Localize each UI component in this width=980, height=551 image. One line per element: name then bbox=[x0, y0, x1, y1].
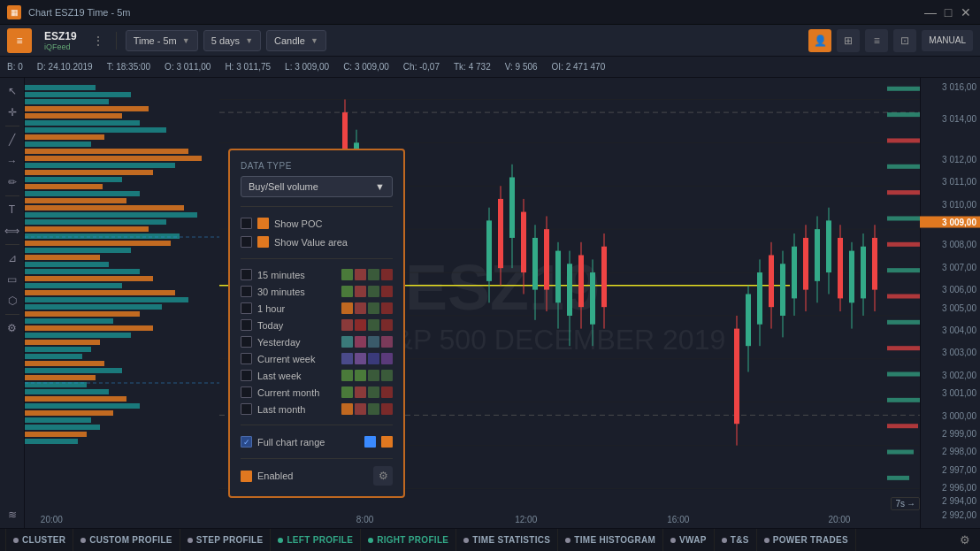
today-checkbox[interactable] bbox=[241, 319, 252, 331]
svg-rect-14 bbox=[25, 184, 103, 189]
last-month-checkbox[interactable] bbox=[241, 403, 252, 415]
line-tool[interactable]: ╱ bbox=[3, 130, 22, 149]
zoom-tool[interactable]: ≋ bbox=[3, 505, 22, 524]
settings-tool[interactable]: ⚙ bbox=[3, 318, 22, 338]
measure-tool[interactable]: ⟺ bbox=[3, 221, 22, 241]
cluster-tab[interactable]: CLUSTER bbox=[5, 529, 73, 551]
power-trades-tab[interactable]: POWER TRADES bbox=[757, 529, 856, 551]
poc-color-swatch[interactable] bbox=[257, 218, 269, 229]
svg-rect-119 bbox=[757, 272, 762, 325]
svg-rect-28 bbox=[25, 283, 122, 288]
maximize-button[interactable]: □ bbox=[941, 5, 955, 19]
svg-rect-43 bbox=[25, 389, 109, 394]
grid-button[interactable]: ⊞ bbox=[837, 29, 860, 52]
window-controls: — □ ✕ bbox=[923, 5, 973, 19]
30min-checkbox[interactable] bbox=[241, 286, 252, 297]
time-axis: 20:00 8:00 12:00 16:00 20:00 bbox=[25, 510, 920, 528]
svg-rect-21 bbox=[25, 233, 180, 239]
show-poc-row[interactable]: Show POC bbox=[241, 214, 393, 233]
range-dropdown[interactable]: 5 days ▼ bbox=[203, 30, 261, 51]
layout-button[interactable]: ⊡ bbox=[893, 29, 916, 52]
1hour-row[interactable]: 1 hour bbox=[241, 300, 393, 317]
settings-gear-button[interactable]: ⚙ bbox=[373, 466, 393, 486]
ray-tool[interactable]: → bbox=[3, 151, 22, 171]
svg-rect-139 bbox=[872, 238, 877, 290]
pencil-tool[interactable]: ✏ bbox=[3, 172, 22, 192]
left-profile-tab[interactable]: LEFT PROFILE bbox=[271, 529, 361, 551]
price-level: 3 016,00 bbox=[942, 82, 976, 92]
vwap-tab[interactable]: VWAP bbox=[663, 529, 715, 551]
time-histogram-dot bbox=[565, 538, 570, 543]
current-month-checkbox[interactable] bbox=[241, 386, 252, 398]
current-week-checkbox[interactable] bbox=[241, 353, 252, 364]
svg-rect-48 bbox=[25, 425, 100, 430]
left-profile-label: LEFT PROFILE bbox=[287, 535, 353, 545]
svg-rect-26 bbox=[25, 269, 140, 274]
yesterday-checkbox[interactable] bbox=[241, 336, 252, 348]
time-statistics-dot bbox=[463, 538, 469, 543]
text-tool[interactable]: T bbox=[3, 200, 22, 219]
cursor-tool[interactable]: ↖ bbox=[3, 81, 22, 101]
svg-rect-129 bbox=[815, 229, 820, 281]
time-statistics-tab[interactable]: TIME STATISTICS bbox=[456, 529, 558, 551]
eraser-tool[interactable]: ⬡ bbox=[3, 291, 22, 310]
profile-chart bbox=[25, 78, 219, 528]
full-chart-label: Full chart range bbox=[257, 437, 359, 448]
ch-value: Ch: -0,07 bbox=[403, 62, 440, 72]
full-chart-color1[interactable] bbox=[364, 436, 376, 448]
separator bbox=[241, 206, 393, 207]
full-chart-color2[interactable] bbox=[381, 436, 393, 448]
enabled-color-swatch[interactable] bbox=[241, 471, 252, 482]
value-area-color-swatch[interactable] bbox=[257, 236, 269, 248]
current-week-row[interactable]: Current week bbox=[241, 350, 393, 367]
custom-profile-tab[interactable]: CUSTOM PROFILE bbox=[73, 529, 180, 551]
minimize-button[interactable]: — bbox=[923, 5, 938, 19]
right-profile-label: RIGHT PROFILE bbox=[377, 535, 448, 545]
ticker-feed: iQFeed bbox=[44, 42, 77, 51]
show-value-area-checkbox[interactable] bbox=[241, 236, 252, 248]
30min-row[interactable]: 30 minutes bbox=[241, 283, 393, 300]
show-value-area-row[interactable]: Show Value area bbox=[241, 233, 393, 251]
last-week-row[interactable]: Last week bbox=[241, 367, 393, 384]
last-month-row[interactable]: Last month bbox=[241, 401, 393, 417]
close-button[interactable]: ✕ bbox=[959, 5, 973, 19]
today-row[interactable]: Today bbox=[241, 317, 393, 333]
full-chart-range-row[interactable]: ✓ Full chart range bbox=[241, 432, 393, 451]
fib-tool[interactable]: ⊿ bbox=[3, 249, 22, 268]
svg-rect-135 bbox=[849, 251, 854, 303]
crosshair-tool[interactable]: ✛ bbox=[3, 103, 22, 122]
svg-rect-0 bbox=[25, 85, 96, 90]
full-chart-checkbox[interactable]: ✓ bbox=[241, 436, 252, 448]
current-price-label: 3 009,00 bbox=[920, 216, 980, 227]
svg-rect-123 bbox=[780, 264, 785, 316]
1hour-checkbox[interactable] bbox=[241, 302, 252, 314]
show-poc-checkbox[interactable] bbox=[241, 218, 252, 229]
tool-separator bbox=[5, 195, 19, 196]
chart-area[interactable]: ESZ19 E-MINI S&P 500 DECEMBER 2019 bbox=[25, 78, 980, 528]
time-period-dropdown[interactable]: Time - 5m ▼ bbox=[126, 30, 198, 51]
15min-row[interactable]: 15 minutes bbox=[241, 266, 393, 283]
right-profile-tab[interactable]: RIGHT PROFILE bbox=[361, 529, 456, 551]
svg-rect-2 bbox=[25, 99, 109, 104]
ts-tab[interactable]: T&S bbox=[715, 529, 757, 551]
last-week-checkbox[interactable] bbox=[241, 370, 252, 381]
svg-rect-107 bbox=[567, 264, 572, 316]
left-profile-dot bbox=[278, 538, 283, 543]
svg-rect-38 bbox=[25, 354, 82, 359]
data-type-dropdown[interactable]: Buy/Sell volume ▼ bbox=[241, 176, 393, 197]
bottom-settings-button[interactable]: ⚙ bbox=[955, 531, 975, 550]
svg-rect-18 bbox=[25, 212, 197, 218]
ticker-menu-button[interactable]: ⋮ bbox=[89, 32, 107, 50]
time-histogram-tab[interactable]: TIME HISTOGRAM bbox=[558, 529, 663, 551]
chart-type-dropdown[interactable]: Candle ▼ bbox=[266, 30, 326, 51]
list-button[interactable]: ≡ bbox=[865, 29, 888, 52]
yesterday-row[interactable]: Yesterday bbox=[241, 333, 393, 350]
15min-checkbox[interactable] bbox=[241, 269, 252, 280]
svg-rect-1 bbox=[25, 92, 131, 97]
current-month-row[interactable]: Current month bbox=[241, 384, 393, 401]
price-level: 2 999,00 bbox=[942, 429, 976, 439]
svg-rect-13 bbox=[25, 177, 122, 182]
rect-tool[interactable]: ▭ bbox=[3, 270, 22, 289]
chart-mode-button[interactable]: 👤 bbox=[808, 29, 831, 52]
step-profile-tab[interactable]: STEP PROFILE bbox=[180, 529, 272, 551]
